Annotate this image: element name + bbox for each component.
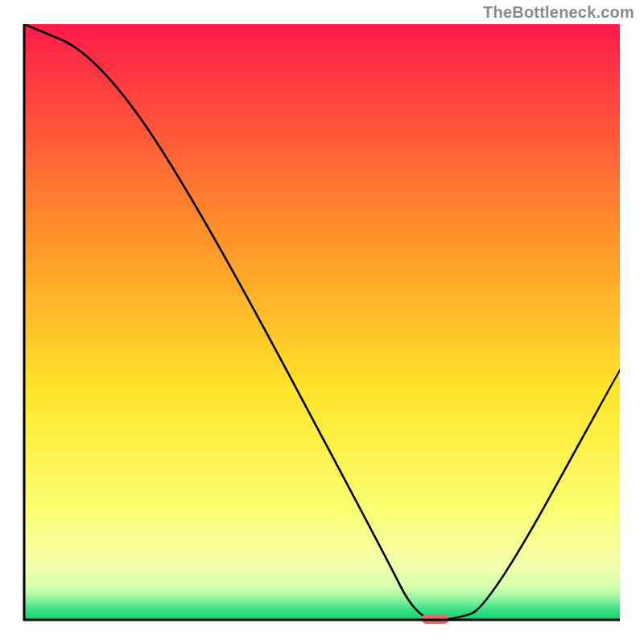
bottleneck-chart — [0, 0, 644, 644]
chart-container: TheBottleneck.com — [0, 0, 644, 644]
